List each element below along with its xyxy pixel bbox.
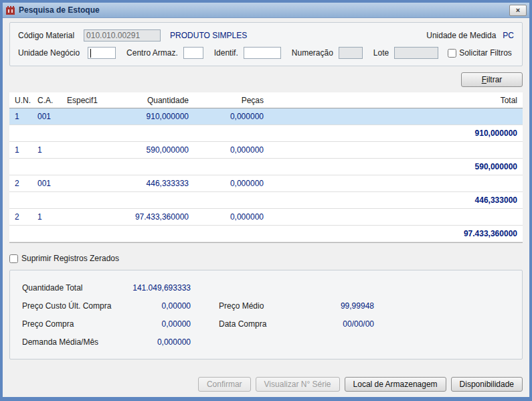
results-table: U.N. C.A. Especif1 Quantidade Peças Tota… xyxy=(9,92,523,243)
demanda-value: 0,000000 xyxy=(129,337,191,347)
suprimir-zerados-checkbox[interactable] xyxy=(9,254,18,263)
footer-buttons: Confirmar Visualizar N° Série Local de A… xyxy=(9,372,523,392)
suprimir-row: Suprimir Registros Zerados xyxy=(9,254,523,263)
identif-field[interactable] xyxy=(244,47,281,59)
window-title: Pesquisa de Estoque xyxy=(19,5,506,15)
summary-row-demanda: Demanda Média/Mês 0,000000 xyxy=(22,333,510,351)
col-ca: C.A. xyxy=(37,96,67,105)
unidade-medida-value: PC xyxy=(503,31,514,40)
suprimir-zerados-label: Suprimir Registros Zerados xyxy=(21,254,119,263)
preco-custo-value: 0,00000 xyxy=(129,301,191,311)
solicitar-filtros-wrap: Solicitar Filtros xyxy=(448,48,512,58)
table-row[interactable]: 1 001 910,000000 0,000000 xyxy=(9,108,523,125)
codigo-material-field[interactable] xyxy=(84,29,161,42)
summary-group: Quantidade Total 141.049,693333 Preço Cu… xyxy=(9,270,523,359)
unidade-negocio-label: Unidade Negócio xyxy=(18,48,80,58)
app-icon xyxy=(5,5,15,15)
table-total-row: 97.433,360000 xyxy=(9,226,523,242)
demanda-label: Demanda Média/Mês xyxy=(22,337,129,347)
filtrar-row: Filtrar xyxy=(9,72,523,87)
unidade-medida-label: Unidade de Medida xyxy=(426,31,496,40)
quantidade-total-value: 141.049,693333 xyxy=(129,283,191,293)
data-compra-label: Data Compra xyxy=(219,319,296,329)
table-row[interactable]: 2 1 97.433,360000 0,000000 xyxy=(9,209,523,226)
preco-custo-label: Preço Custo Últ. Compra xyxy=(22,301,129,311)
centro-armaz-field[interactable] xyxy=(183,47,203,59)
numeracao-label: Numeração xyxy=(292,48,333,58)
pesquisa-estoque-window: Pesquisa de Estoque × Código Material PR… xyxy=(0,0,532,401)
numeracao-field xyxy=(339,47,363,59)
summary-row-preco-compra: Preço Compra 0,00000 Data Compra 00/00/0… xyxy=(22,315,510,333)
centro-armaz-label: Centro Armaz. xyxy=(126,48,178,58)
table-total-row: 910,000000 xyxy=(9,125,523,142)
table-row[interactable]: 2 001 446,333333 0,000000 xyxy=(9,175,523,192)
filters-group: Código Material PRODUTO SIMPLES Unidade … xyxy=(9,22,523,66)
col-un: U.N. xyxy=(15,96,37,105)
close-button[interactable]: × xyxy=(509,5,527,16)
summary-row-preco-custo: Preço Custo Últ. Compra 0,00000 Preço Mé… xyxy=(22,297,510,315)
unidade-negocio-field[interactable] xyxy=(88,47,116,59)
preco-compra-value: 0,00000 xyxy=(129,319,191,329)
quantidade-total-label: Quantidade Total xyxy=(22,283,129,293)
codigo-material-label: Código Material xyxy=(18,31,74,40)
col-pecas: Peças xyxy=(189,96,264,105)
dialog-content: Código Material PRODUTO SIMPLES Unidade … xyxy=(3,18,529,397)
confirmar-button: Confirmar xyxy=(198,377,251,392)
preco-compra-label: Preço Compra xyxy=(22,319,129,329)
disponibilidade-button[interactable]: Disponibilidade xyxy=(451,377,523,392)
col-total: Total xyxy=(264,96,517,105)
solicitar-filtros-label: Solicitar Filtros xyxy=(459,48,512,58)
lote-label: Lote xyxy=(373,48,389,58)
filtrar-button[interactable]: Filtrar xyxy=(461,72,523,87)
identif-label: Identif. xyxy=(214,48,238,58)
titlebar[interactable]: Pesquisa de Estoque × xyxy=(3,3,529,18)
produto-descricao: PRODUTO SIMPLES xyxy=(170,31,247,40)
table-header: U.N. C.A. Especif1 Quantidade Peças Tota… xyxy=(9,92,523,108)
lote-field xyxy=(394,47,438,59)
col-especif: Especif1 xyxy=(67,96,122,105)
visualizar-serie-button: Visualizar N° Série xyxy=(256,377,340,392)
filters-row-2: Unidade Negócio Centro Armaz. Identif. N… xyxy=(18,46,514,60)
data-compra-value: 00/00/00 xyxy=(296,319,374,329)
local-armazenagem-button[interactable]: Local de Armazenagem xyxy=(345,377,446,392)
filters-row-1: Código Material PRODUTO SIMPLES Unidade … xyxy=(18,28,514,43)
table-total-row: 446,333000 xyxy=(9,192,523,209)
summary-row-quantidade-total: Quantidade Total 141.049,693333 xyxy=(22,278,510,297)
preco-medio-value: 99,99948 xyxy=(296,301,374,311)
table-row[interactable]: 1 1 590,000000 0,000000 xyxy=(9,142,523,159)
col-quantidade: Quantidade xyxy=(122,96,189,105)
solicitar-filtros-checkbox[interactable] xyxy=(448,49,456,58)
table-total-row: 590,000000 xyxy=(9,159,523,175)
preco-medio-label: Preço Médio xyxy=(219,301,296,311)
